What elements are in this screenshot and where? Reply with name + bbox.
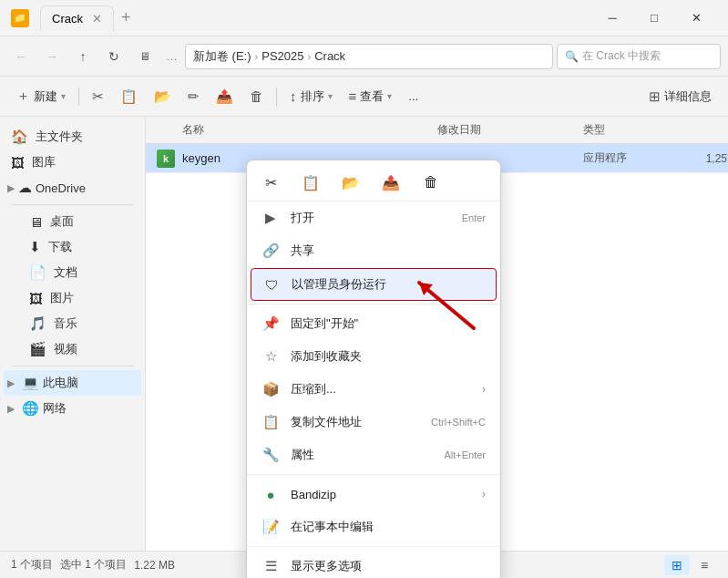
new-label: 新建 [34,88,57,105]
ctx-copy-btn[interactable]: 📋 [298,170,323,195]
ctx-share-btn[interactable]: 📤 [378,170,404,195]
ctx-delete-btn[interactable]: 🗑 [418,170,444,195]
tab-close-icon[interactable]: ✕ [92,12,102,26]
list-view-btn[interactable]: ≡ [692,555,717,575]
col-header-size[interactable]: 大小 [674,122,728,138]
ctx-notepad-icon: 📝 [261,519,280,535]
sidebar-item-thispc-label: 此电脑 [43,375,78,391]
location-btn[interactable]: 🖥 [131,44,159,69]
breadcrumb-folder2[interactable]: Crack [314,49,345,63]
breadcrumb-drive[interactable]: 新加卷 (E:) [193,48,251,65]
sidebar-item-downloads[interactable]: ⬇ 下载 📌 [4,234,141,260]
col-header-name[interactable]: 名称 [146,122,437,138]
ctx-fav-icon: ☆ [261,348,280,365]
sidebar-item-documents[interactable]: 📄 文档 📌 [4,260,141,285]
title-tab[interactable]: Crack ✕ [40,5,114,31]
sidebar-item-home[interactable]: 🏠 主文件夹 [4,124,141,150]
sidebar-item-music[interactable]: 🎵 音乐 📌 [4,311,141,336]
cut-btn[interactable]: ✂ [85,82,111,111]
breadcrumb-separator0: … [166,49,178,63]
onedrive-expand-icon: ▶ [7,182,15,194]
sidebar-item-onedrive[interactable]: ▶ ☁ OneDrive [4,175,141,201]
new-btn[interactable]: ＋ 新建 ▾ [9,82,73,111]
sidebar-item-gallery[interactable]: 🖼 图库 [4,150,141,175]
maximize-btn[interactable]: □ [633,4,675,33]
new-tab-btn[interactable]: + [121,8,131,27]
ctx-open[interactable]: ▶ 打开 Enter [247,201,500,234]
copy-btn[interactable]: 📋 [113,82,145,111]
ctx-notepad[interactable]: 📝 在记事本中编辑 [247,511,500,543]
ctx-paste-btn[interactable]: 📂 [338,170,364,195]
search-box[interactable]: 🔍 在 Crack 中搜索 [557,44,721,69]
window-controls: ─ □ ✕ [591,4,717,33]
col-header-date[interactable]: 修改日期 [437,122,583,138]
breadcrumb-folder1[interactable]: PS2025 [261,49,303,63]
ctx-run-as-admin[interactable]: 🛡 以管理员身份运行 [251,268,497,301]
ctx-copy-path[interactable]: 📋 复制文件地址 Ctrl+Shift+C [247,406,500,439]
documents-icon: 📄 [29,264,46,281]
minimize-btn[interactable]: ─ [591,4,633,33]
sidebar-item-music-label: 音乐 [54,315,77,332]
details-view-btn[interactable]: ⊞ [664,555,690,575]
close-btn[interactable]: ✕ [675,4,717,33]
delete-btn[interactable]: 🗑 [242,82,271,111]
sort-icon: ↕ [290,88,297,104]
sidebar-item-network[interactable]: ▶ 🌐 网络 [4,396,141,421]
ctx-more-options[interactable]: ☰ 显示更多选项 [247,550,500,578]
sort-btn[interactable]: ↕ 排序 ▾ [282,82,340,111]
ctx-pin-icon: 📌 [261,315,280,332]
col-header-type[interactable]: 类型 [583,122,674,138]
sidebar-item-pictures[interactable]: 🖼 图片 📌 [4,285,141,311]
ctx-compress-icon: 📦 [261,381,280,397]
tab-label: Crack [52,12,83,26]
up-btn[interactable]: ↑ [69,44,97,69]
sidebar-divider1 [11,204,134,205]
delete-icon: 🗑 [250,88,263,104]
refresh-btn[interactable]: ↻ [100,44,128,69]
gallery-icon: 🖼 [11,155,25,170]
ctx-compress[interactable]: 📦 压缩到... › [247,373,500,406]
rename-btn[interactable]: ✏ [180,82,207,111]
ctx-open-icon: ▶ [261,210,280,226]
details-icon: ⊞ [649,88,661,105]
sidebar-item-videos[interactable]: 🎬 视频 📌 [4,336,141,362]
sort-label: 排序 [301,88,324,105]
more-icon: ... [408,89,418,103]
ctx-pin-start[interactable]: 📌 固定到"开始" [247,307,500,340]
file-list-header: 名称 修改日期 类型 大小 [146,117,728,144]
ctx-compress-label: 压缩到... [291,381,336,397]
forward-btn[interactable]: → [38,44,66,69]
ctx-share[interactable]: 🔗 共享 [247,234,500,267]
sidebar-divider2 [11,366,134,366]
ctx-favorites[interactable]: ☆ 添加到收藏夹 [247,340,500,373]
ctx-prop-label: 属性 [291,447,314,463]
sidebar-item-onedrive-label: OneDrive [36,181,86,195]
file-name: keygen [182,151,220,165]
sidebar-item-thispc[interactable]: ▶ 💻 此电脑 [4,370,141,396]
nav-bar: ← → ↑ ↻ 🖥 … 新加卷 (E:) › PS2025 › Crack 🔍 … [0,36,728,77]
toolbar: ＋ 新建 ▾ ✂ 📋 📂 ✏ 📤 🗑 ↕ 排序 ▾ ≡ 查看 ▾ ... ⊞ 详… [0,77,728,117]
copy-icon: 📋 [120,88,138,105]
ctx-properties[interactable]: 🔧 属性 Alt+Enter [247,439,500,471]
pictures-icon: 🖼 [29,291,43,306]
details-btn[interactable]: ⊞ 详细信息 [641,82,719,111]
ctx-bandizip[interactable]: ● Bandizip › [247,478,500,511]
ctx-open-label: 打开 [291,210,314,226]
more-btn[interactable]: ... [401,82,426,111]
status-size: 1.22 MB [134,559,175,572]
details-label: 详细信息 [664,88,712,105]
sidebar-item-desktop[interactable]: 🖥 桌面 📌 [4,209,141,234]
paste-btn[interactable]: 📂 [147,82,179,111]
sidebar-item-network-label: 网络 [43,400,67,417]
thispc-expand-icon: ▶ [7,377,18,389]
view-btn[interactable]: ≡ 查看 ▾ [342,82,400,111]
toolbar-sep1 [78,88,79,106]
sidebar-item-videos-label: 视频 [54,341,77,357]
breadcrumb[interactable]: 新加卷 (E:) › PS2025 › Crack [185,44,553,69]
toolbar-sep2 [276,88,277,106]
ctx-cut-btn[interactable]: ✂ [258,170,283,195]
back-btn[interactable]: ← [7,44,35,69]
share-btn[interactable]: 📤 [209,82,241,111]
sort-dropdown-icon: ▾ [328,91,333,101]
file-size: 1,257 KB [674,152,728,165]
